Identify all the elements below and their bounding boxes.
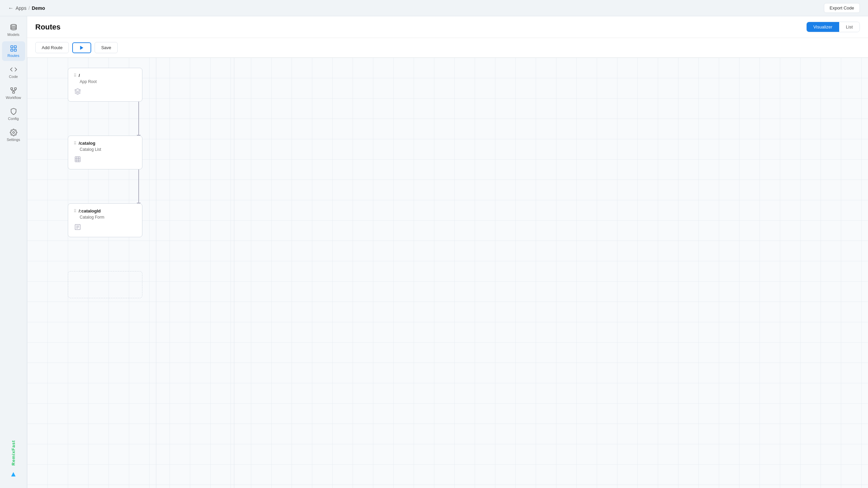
route-node-root[interactable]: ⠿ / App Root — [68, 68, 142, 102]
topbar: ← Apps / Demo Export Code — [0, 0, 868, 16]
svg-rect-6 — [14, 88, 16, 90]
sidebar-item-workflow[interactable]: Workflow — [2, 83, 25, 103]
connector-1 — [138, 102, 139, 136]
routes-icon — [10, 45, 17, 52]
play-icon — [79, 45, 84, 50]
svg-point-8 — [13, 131, 15, 134]
layers-icon — [74, 88, 137, 97]
svg-marker-10 — [75, 89, 81, 92]
route-node-catalogId[interactable]: ⠿ /:catalogId Catalog Form — [68, 203, 142, 237]
svg-rect-2 — [14, 46, 16, 48]
connector-2 — [138, 169, 139, 203]
route-name-catalogid: Catalog Form — [80, 215, 137, 220]
node-root-header: ⠿ / — [74, 73, 137, 78]
settings-label: Settings — [7, 138, 20, 142]
route-node-catalog[interactable]: ⠿ /catalog Catalog List — [68, 136, 142, 169]
code-icon — [10, 66, 17, 73]
page-title: Routes — [35, 23, 61, 32]
svg-rect-1 — [11, 46, 13, 48]
route-path-root: / — [79, 73, 80, 78]
back-button[interactable]: ← — [8, 5, 14, 11]
route-name-root: App Root — [80, 79, 137, 84]
demo-label: Demo — [32, 5, 45, 11]
svg-rect-3 — [11, 49, 13, 51]
code-label: Code — [9, 75, 18, 79]
settings-icon — [10, 129, 17, 136]
svg-rect-5 — [11, 88, 13, 90]
svg-rect-4 — [14, 49, 16, 51]
routes-header: Routes Visualizer List — [27, 16, 868, 38]
svg-rect-7 — [13, 92, 15, 94]
drag-handle-catalogid[interactable]: ⠿ — [74, 209, 77, 214]
svg-marker-9 — [80, 46, 83, 50]
drag-handle-root[interactable]: ⠿ — [74, 73, 77, 78]
content-area: Routes Visualizer List Add Route Save — [27, 16, 868, 488]
view-toggle: Visualizer List — [806, 22, 860, 32]
node-catalog-header: ⠿ /catalog — [74, 141, 137, 146]
svg-point-0 — [11, 24, 16, 26]
save-button[interactable]: Save — [95, 42, 118, 53]
form-icon — [74, 224, 137, 232]
main-layout: Models Routes Code — [0, 16, 868, 488]
route-name-catalog: Catalog List — [80, 147, 137, 152]
visualizer-canvas[interactable]: ⠿ / App Root — [27, 58, 868, 488]
routes-label: Routes — [7, 54, 19, 58]
list-tab[interactable]: List — [839, 22, 860, 32]
toolbar: Add Route Save — [27, 38, 868, 58]
workflow-label: Workflow — [6, 96, 21, 100]
sidebar-item-code[interactable]: Code — [2, 62, 25, 82]
sidebar-item-models[interactable]: Models — [2, 20, 25, 40]
add-route-button[interactable]: Add Route — [35, 42, 69, 53]
sidebar-item-settings[interactable]: Settings — [2, 125, 25, 145]
routes-container: ⠿ / App Root — [34, 64, 861, 298]
sidebar: Models Routes Code — [0, 16, 27, 488]
play-button[interactable] — [72, 42, 91, 53]
database-icon — [10, 24, 17, 31]
table-icon — [74, 156, 137, 164]
remixfast-logo: RemixFast — [11, 440, 16, 466]
topbar-actions: Export Code — [824, 3, 860, 13]
visualizer-tab[interactable]: Visualizer — [807, 22, 839, 32]
models-label: Models — [7, 33, 19, 37]
workflow-icon — [10, 87, 17, 94]
drag-handle-catalog[interactable]: ⠿ — [74, 141, 77, 146]
route-path-catalogid: /:catalogId — [79, 208, 101, 214]
upload-icon[interactable]: ▲ — [10, 470, 17, 479]
sidebar-bottom: RemixFast ▲ — [10, 440, 17, 484]
sidebar-item-routes[interactable]: Routes — [2, 41, 25, 61]
svg-rect-11 — [75, 157, 80, 162]
breadcrumb-separator: / — [28, 5, 30, 11]
empty-node-placeholder — [68, 271, 142, 298]
apps-link[interactable]: Apps — [16, 5, 26, 11]
topbar-nav: ← Apps / Demo — [8, 5, 45, 11]
config-label: Config — [8, 117, 19, 121]
route-path-catalog: /catalog — [79, 141, 95, 146]
config-icon — [10, 108, 17, 115]
node-catalogid-header: ⠿ /:catalogId — [74, 208, 137, 214]
export-code-button[interactable]: Export Code — [824, 3, 860, 13]
sidebar-item-config[interactable]: Config — [2, 104, 25, 124]
